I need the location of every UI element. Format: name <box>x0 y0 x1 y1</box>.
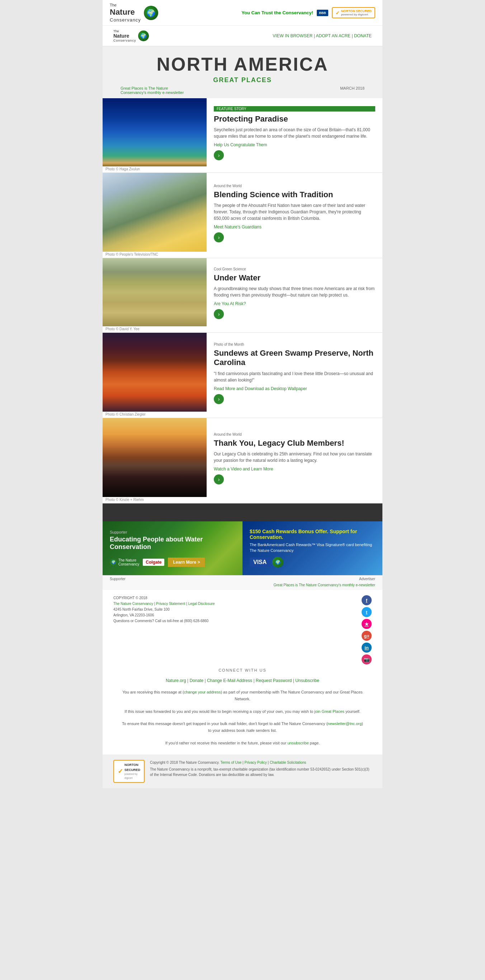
story-body-5: Our Legacy Club is celebrating its 25th … <box>214 451 375 464</box>
supporter-label: Supporter <box>110 530 127 534</box>
story-legacy-club: Around the World Thank You, Legacy Club … <box>103 418 382 503</box>
view-browser-link[interactable]: VIEW IN BROWSER <box>273 33 313 38</box>
donate-link[interactable]: DONATE <box>354 33 372 38</box>
footer-copyright-inner: ✓ NORTONSECURED powered by digicert Copy… <box>113 760 372 783</box>
copyright-line: Copyright © 2018 The Nature Conservancy.… <box>150 760 372 765</box>
terms-link[interactable]: Terms of Use <box>220 760 241 765</box>
footer-phone: Questions or Comments? Call us toll-free… <box>113 618 215 624</box>
story-content-1: FEATURE STORY Protecting Paradise Seyche… <box>207 98 382 166</box>
facebook-icon[interactable]: f <box>362 595 372 605</box>
story-btn-3[interactable]: › <box>214 309 224 319</box>
story-tag-2: Around the World <box>214 184 375 188</box>
footer-privacy-link[interactable]: Privacy Statement <box>156 602 185 606</box>
story-link-2[interactable]: Meet Nature's Guardians <box>214 224 375 229</box>
join-great-places-link[interactable]: join Great Places <box>314 709 345 714</box>
story-btn-5[interactable]: › <box>214 474 224 484</box>
footer-org-link[interactable]: The Nature Conservancy <box>113 602 153 606</box>
footer-text-3: To ensure that this message doesn't get … <box>113 718 372 737</box>
hero-meta: Great Places is The Nature Conservancy's… <box>117 86 368 95</box>
tnc-globe-ad: 🌍 <box>110 558 117 566</box>
story-link-5[interactable]: Watch a Video and Learn More <box>214 466 375 471</box>
ad-left-title: Educating People about Water Conservatio… <box>110 536 235 551</box>
privacy-policy-link[interactable]: Privacy Policy <box>244 760 266 765</box>
story-body-3: A groundbreaking new study shows that th… <box>214 285 375 298</box>
story-link-3[interactable]: Are You At Risk? <box>214 301 375 306</box>
story-section-3: Cool Green Science Under Water A groundb… <box>103 258 382 326</box>
charitable-link[interactable]: Charitable Solicitations <box>270 760 306 765</box>
norton-footer-sub: powered by digicert <box>124 772 140 780</box>
top-bar-left: The Nature Conservancy 🌍 <box>110 3 158 22</box>
footer-top: COPYRIGHT © 2018 The Nature Conservancy … <box>113 595 372 665</box>
story-image-plants <box>103 333 207 412</box>
unsubscribe-page-link[interactable]: unsubscribe <box>287 741 308 745</box>
donate-footer-link[interactable]: Donate <box>190 678 203 683</box>
photo-credit-3: Photo © David Y. Yee <box>103 326 207 332</box>
story-image-sunset <box>103 418 207 497</box>
hero-subtitle: GREAT PLACES <box>117 76 368 84</box>
email-header: The Nature Conservancy 🌍 VIEW IN BROWSER… <box>103 26 382 46</box>
change-email-link[interactable]: Change E-Mail Address <box>207 678 252 683</box>
instagram-icon[interactable]: 📷 <box>362 654 372 665</box>
twitter-icon[interactable]: t <box>362 607 372 617</box>
bottom-ads: Supporter Educating People about Water C… <box>103 521 382 575</box>
dark-separator <box>103 503 382 521</box>
footer-legal-link[interactable]: Legal Disclosure <box>188 602 215 606</box>
story-content-2: Around the World Blending Science with T… <box>207 173 382 252</box>
change-address-link[interactable]: change your address <box>184 690 221 694</box>
email-nav-links: VIEW IN BROWSER | ADOPT AN ACRE | DONATE <box>273 33 372 38</box>
logo-globe-icon: 🌍 <box>144 6 158 20</box>
story-title-2: Blending Science with Tradition <box>214 190 375 199</box>
bbb-badge: BBB <box>317 10 328 16</box>
colgate-logo: Colgate <box>143 558 164 566</box>
googleplus-icon[interactable]: g+ <box>362 631 372 641</box>
story-body-4: "I find carnivorous plants fascinating a… <box>214 371 375 383</box>
top-bar: The Nature Conservancy 🌍 You Can Trust t… <box>103 0 382 26</box>
logo-the: The <box>110 3 141 8</box>
bank-globe: 🌍 <box>272 557 283 568</box>
story-sundews: Photo of the Month Sundews at Green Swam… <box>103 333 382 418</box>
hero-section: NORTH AMERICA GREAT PLACES Great Places … <box>103 46 382 98</box>
story-section-5: Around the World Thank You, Legacy Club … <box>103 418 382 497</box>
story-image-flood <box>103 258 207 326</box>
adopt-acre-link[interactable]: ADOPT AN ACRE <box>316 33 351 38</box>
story-btn-2[interactable]: › <box>214 232 224 242</box>
nature-org-link[interactable]: Nature.org <box>166 678 186 683</box>
tnc-logo-small: 🌍 The NatureConservancy <box>110 558 139 566</box>
newsletter-email-link[interactable]: newsletter@tnc.org <box>327 721 362 726</box>
learn-more-button[interactable]: Learn More > <box>168 558 205 567</box>
story-link-4[interactable]: Read More and Download as Desktop Wallpa… <box>214 386 375 391</box>
footer-text-4: If you'd rather not receive this newslet… <box>113 737 372 749</box>
story-link-1[interactable]: Help Us Congratulate Them <box>214 142 375 147</box>
advertiser-note-row: Great Places is The Nature Conservancy's… <box>103 582 382 590</box>
logo-conservancy: Conservancy <box>110 17 141 23</box>
request-password-link[interactable]: Request Password <box>256 678 292 683</box>
email-header-logo: The Nature Conservancy 🌍 <box>113 29 149 42</box>
linkedin-icon[interactable]: in <box>362 643 372 652</box>
story-content-4: Photo of the Month Sundews at Green Swam… <box>207 333 382 412</box>
social-icons: f t ★ g+ in 📷 <box>362 595 372 665</box>
logo-top: The Nature Conservancy 🌍 <box>110 3 158 22</box>
story-btn-1[interactable]: › <box>214 150 224 160</box>
story-title-3: Under Water <box>214 273 375 283</box>
flickr-icon[interactable]: ★ <box>362 619 372 629</box>
norton-sub: powered by digicert <box>341 13 372 16</box>
story-btn-4[interactable]: › <box>214 394 224 404</box>
photo-credit-4: Photo © Christian Ziegler <box>103 412 207 418</box>
footer-links: Nature.org | Donate | Change E-Mail Addr… <box>113 675 372 686</box>
footer-org: The Nature Conservancy | Privacy Stateme… <box>113 601 215 607</box>
story-title-5: Thank You, Legacy Club Members! <box>214 439 375 448</box>
disclaimer-text: The Nature Conservancy is a nonprofit, t… <box>150 767 372 777</box>
ad-right-title: $150 Cash Rewards Bonus Offer. Support f… <box>250 528 375 540</box>
photo-credit-1: Photo © Haga Zvulun <box>103 166 207 172</box>
visa-badge: VISA 🌍 <box>250 557 375 568</box>
story-body-2: The people of the Ahousaht First Nation … <box>214 202 375 221</box>
story-section: FEATURE STORY Protecting Paradise Seyche… <box>103 98 382 166</box>
story-content-3: Cool Green Science Under Water A groundb… <box>207 258 382 326</box>
connect-label: CONNECT WITH US <box>113 668 372 672</box>
supporter-label-2: Supporter <box>110 577 126 581</box>
feature-story-badge: FEATURE STORY <box>214 106 375 111</box>
story-section-4: Photo of the Month Sundews at Green Swam… <box>103 333 382 412</box>
trust-text: You Can Trust the Conservancy! <box>241 10 313 16</box>
advertiser-note-link[interactable]: Great Places is The Nature Conservancy's… <box>273 583 375 587</box>
unsubscribe-link[interactable]: Unsubscribe <box>295 678 319 683</box>
